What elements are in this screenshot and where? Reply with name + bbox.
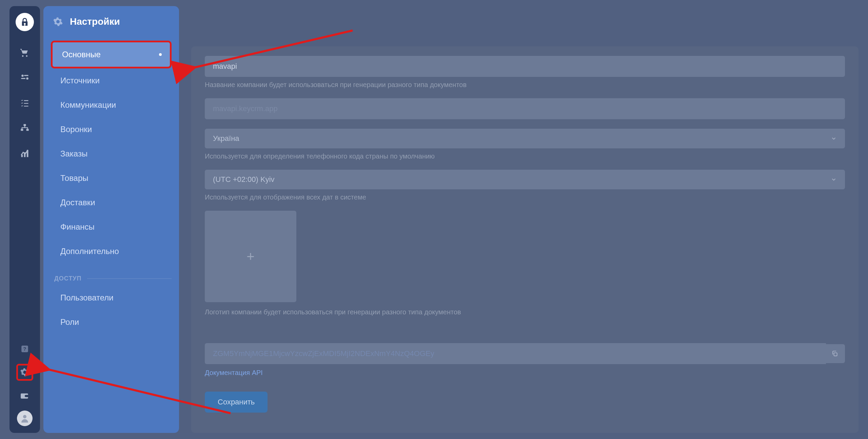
country-helper: Используется для определения телефонного… xyxy=(205,152,845,160)
icon-rail: ? xyxy=(9,6,40,433)
settings-icon-highlight xyxy=(16,364,33,381)
chat-icon[interactable] xyxy=(20,73,29,83)
settings-panel: Настройки Основные Источники Коммуникаци… xyxy=(43,6,179,433)
panel-item-roles[interactable]: Роли xyxy=(51,310,172,334)
api-doc-link[interactable]: Документация API xyxy=(205,369,263,377)
svg-point-9 xyxy=(26,396,27,397)
domain-input: mavapi.keycrm.app xyxy=(205,98,845,119)
logo-helper: Логотип компании будет использоваться пр… xyxy=(205,308,845,316)
company-name-input[interactable]: mavapi xyxy=(205,56,845,77)
org-icon[interactable] xyxy=(20,123,29,133)
user-avatar[interactable] xyxy=(17,411,33,426)
panel-item-funnels[interactable]: Воронки xyxy=(51,117,172,142)
chevron-down-icon xyxy=(831,135,837,142)
analytics-icon[interactable] xyxy=(20,148,29,158)
help-icon[interactable]: ? xyxy=(20,344,29,354)
plus-icon: + xyxy=(246,249,254,264)
copy-icon xyxy=(831,350,838,357)
panel-item-main[interactable]: Основные xyxy=(51,41,172,68)
company-helper: Название компании будет использоваться п… xyxy=(205,81,845,89)
panel-item-users[interactable]: Пользователи xyxy=(51,286,172,310)
panel-title: Настройки xyxy=(70,16,120,27)
svg-rect-5 xyxy=(21,129,23,131)
panel-item-finance[interactable]: Финансы xyxy=(51,215,172,239)
svg-point-0 xyxy=(21,75,24,77)
panel-item-sources[interactable]: Источники xyxy=(51,68,172,93)
svg-rect-1 xyxy=(24,75,28,76)
gear-icon xyxy=(53,17,63,27)
app-logo[interactable] xyxy=(16,13,34,31)
timezone-helper: Используется для отображения всех дат в … xyxy=(205,193,845,201)
panel-item-delivery[interactable]: Доставки xyxy=(51,190,172,215)
tasks-icon[interactable] xyxy=(20,98,29,108)
logo-upload[interactable]: + xyxy=(205,211,296,302)
panel-item-comms[interactable]: Коммуникации xyxy=(51,93,172,117)
panel-item-products[interactable]: Товары xyxy=(51,166,172,190)
settings-icon[interactable] xyxy=(20,368,29,377)
save-button[interactable]: Сохранить xyxy=(205,392,268,413)
content-area: mavapi Название компании будет использов… xyxy=(191,6,859,433)
wallet-icon[interactable] xyxy=(20,391,29,400)
svg-rect-11 xyxy=(834,353,837,356)
svg-point-3 xyxy=(26,77,28,80)
timezone-select[interactable]: (UTC +02:00) Kyiv xyxy=(205,170,845,189)
panel-item-advanced[interactable]: Дополнительно xyxy=(51,239,172,264)
panel-item-orders[interactable]: Заказы xyxy=(51,142,172,166)
svg-rect-6 xyxy=(26,129,29,131)
api-key-field[interactable]: ZGM5YmNjMGE1MjcwYzcwZjExMDI5MjI2NDExNmY4… xyxy=(205,343,826,364)
svg-point-10 xyxy=(23,415,26,418)
panel-section-access: ДОСТУП xyxy=(51,275,172,282)
svg-text:?: ? xyxy=(23,346,26,352)
svg-rect-2 xyxy=(21,78,25,79)
country-select[interactable]: Україна xyxy=(205,129,845,148)
cart-icon[interactable] xyxy=(20,48,29,58)
chevron-down-icon xyxy=(831,176,837,183)
svg-rect-4 xyxy=(24,124,26,126)
copy-api-key-button[interactable] xyxy=(825,344,845,363)
